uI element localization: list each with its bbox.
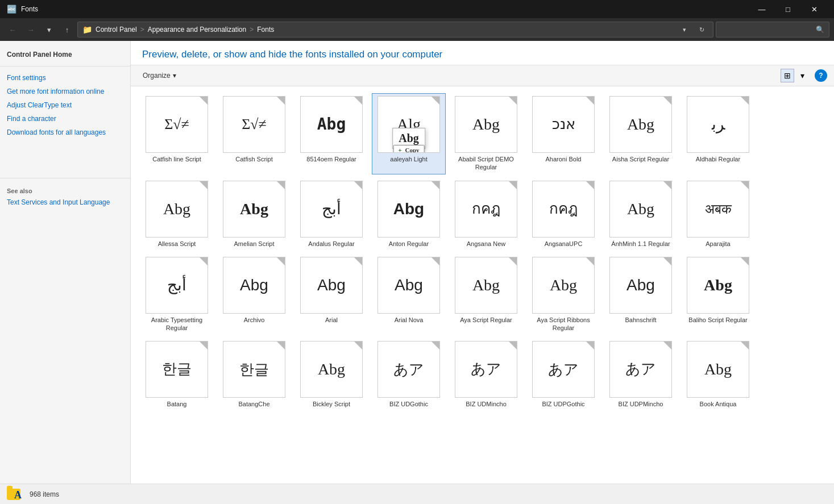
font-icon: Abg — [300, 257, 363, 314]
font-preview-text: Abg — [160, 198, 194, 220]
font-item[interactable]: אנכ Aharoni Bold — [526, 93, 600, 174]
font-item[interactable]: أبج Arabic Typesetting Regular — [140, 254, 214, 335]
font-item[interactable]: Abg Allessa Script — [140, 178, 214, 251]
font-name-label: AngsanaUPC — [545, 240, 583, 248]
font-icon: Abg — [455, 96, 517, 153]
font-preview-text: 한글 — [159, 359, 195, 380]
font-item[interactable]: Σ√≠ Catfish Script — [217, 93, 291, 174]
search-box[interactable]: 🔍 — [716, 22, 829, 38]
status-bar: A 968 items — [0, 484, 834, 504]
refresh-btn[interactable]: ↻ — [695, 23, 708, 36]
font-preview-text: أبج — [318, 198, 345, 220]
font-icon: אנכ — [532, 96, 595, 153]
font-item[interactable]: Abg Bickley Script — [294, 338, 368, 411]
font-item[interactable]: Abg Baliho Script Regular — [681, 254, 755, 335]
font-name-label: 8514oem Regular — [306, 155, 356, 163]
help-button[interactable]: ? — [815, 69, 827, 82]
font-item[interactable]: กคฎ AngsanaUPC — [526, 178, 600, 251]
font-icon: กคฎ — [455, 181, 517, 238]
view-dropdown-button[interactable]: ▾ — [795, 69, 809, 82]
font-item[interactable]: Abg Ababil Script DEMO Regular — [449, 93, 523, 174]
font-icon: あア — [377, 341, 440, 398]
font-icon: あア — [532, 341, 595, 398]
font-name-label: BIZ UDPGothic — [542, 400, 584, 408]
search-input[interactable] — [721, 26, 816, 34]
font-name-label: Amelian Script — [234, 240, 275, 248]
font-preview-text: अबक — [702, 199, 735, 219]
font-preview-text: Σ√≠ — [161, 114, 193, 135]
font-item[interactable]: あア BIZ UDGothic — [372, 338, 446, 411]
font-icon: अबक — [687, 181, 749, 238]
title-icon: 🔤 — [7, 5, 16, 14]
font-item[interactable]: Abg Arial — [294, 254, 368, 335]
forward-button[interactable]: → — [23, 22, 39, 38]
font-icon: Abg — [455, 257, 517, 314]
font-item[interactable]: 한글 Batang — [140, 338, 214, 411]
close-button[interactable]: ✕ — [801, 0, 827, 18]
dropdown-button[interactable]: ▾ — [41, 22, 57, 38]
font-item[interactable]: अबक Aparajita — [681, 178, 755, 251]
font-item[interactable]: กคฎ Angsana New — [449, 178, 523, 251]
font-name-label: Bahnschrift — [625, 316, 656, 324]
title-bar: 🔤 Fonts — □ ✕ — [0, 0, 834, 18]
path-dropdown-btn[interactable]: ▾ — [678, 23, 691, 36]
font-item[interactable]: Abg Anton Regular — [372, 178, 446, 251]
sidebar-text-services[interactable]: Text Services and Input Language — [0, 195, 130, 209]
font-item[interactable]: Abg ÁnhMinh 1.1 Regular — [604, 178, 678, 251]
font-icon: Abg — [146, 181, 208, 238]
sidebar-cleartype[interactable]: Adjust ClearType text — [0, 98, 130, 112]
sidebar-download-fonts[interactable]: Download fonts for all languages — [0, 126, 130, 139]
font-name-label: Ababil Script DEMO Regular — [452, 155, 520, 172]
path-fonts: Fonts — [257, 26, 274, 34]
font-item[interactable]: あア BIZ UDPMincho — [604, 338, 678, 411]
sidebar-control-panel-home[interactable]: Control Panel Home — [0, 48, 130, 61]
font-item[interactable]: Abg Aya Script Regular — [449, 254, 523, 335]
font-item[interactable]: 한글 BatangChe — [217, 338, 291, 411]
sidebar-font-settings[interactable]: Font settings — [0, 71, 130, 85]
font-item[interactable]: Abg Archivo — [217, 254, 291, 335]
font-icon: Abg — [687, 341, 749, 398]
grid-view-button[interactable]: ⊞ — [781, 69, 794, 82]
font-name-label: BIZ UDPMincho — [619, 400, 663, 408]
organize-button[interactable]: Organize ▾ — [138, 69, 181, 82]
font-item[interactable]: あア BIZ UDPGothic — [526, 338, 600, 411]
address-path[interactable]: 📁 Control Panel > Appearance and Persona… — [77, 22, 713, 38]
status-a-letter: A — [14, 489, 22, 501]
font-name-label: Aya Script Regular — [460, 316, 512, 324]
fonts-scroll-area[interactable]: Σ√≠ Catfish line Script Σ√≠ Catfish Scri… — [131, 86, 834, 484]
font-item[interactable]: ﺮﺑ Aldhabi Regular — [681, 93, 755, 174]
maximize-button[interactable]: □ — [775, 0, 801, 18]
content-header: Preview, delete, or show and hide the fo… — [131, 41, 834, 65]
font-name-label: aaleyah Light — [390, 155, 427, 163]
font-preview-text: Abg — [469, 113, 503, 136]
sidebar-find-character[interactable]: Find a character — [0, 112, 130, 126]
back-button[interactable]: ← — [5, 22, 20, 38]
font-icon: أبج — [300, 181, 363, 238]
font-item[interactable]: あア BIZ UDMincho — [449, 338, 523, 411]
font-item[interactable]: Abg Aisha Script Regular — [604, 93, 678, 174]
minimize-button[interactable]: — — [749, 0, 775, 18]
sidebar-font-info-online[interactable]: Get more font information online — [0, 85, 130, 98]
font-item[interactable]: Abg 8514oem Regular — [294, 93, 368, 174]
font-icon: Abg — [609, 257, 672, 314]
status-item-count: 968 items — [30, 490, 59, 498]
font-item[interactable]: Alg Abg + Copy aaleyah Light — [372, 93, 446, 174]
font-item[interactable]: Abg Arial Nova — [372, 254, 446, 335]
font-item[interactable]: أبج Andalus Regular — [294, 178, 368, 251]
font-item[interactable]: Abg Bahnschrift — [604, 254, 678, 335]
font-icon: Abg — [377, 181, 440, 238]
font-icon: ﺮﺑ — [687, 96, 749, 153]
font-icon: Abg — [223, 257, 285, 314]
font-preview-text: あア — [390, 359, 428, 380]
page-title: Preview, delete, or show and hide the fo… — [142, 49, 823, 60]
font-preview-text: Abg — [314, 358, 348, 381]
window-title: Fonts — [21, 5, 749, 13]
font-item[interactable]: Abg Book Antiqua — [681, 338, 755, 411]
path-appearance: Appearance and Personalization — [148, 26, 246, 34]
font-item[interactable]: Σ√≠ Catfish line Script — [140, 93, 214, 174]
up-button[interactable]: ↑ — [59, 22, 75, 38]
font-item[interactable]: Abg Amelian Script — [217, 178, 291, 251]
font-item[interactable]: Abg Aya Script Ribbons Regular — [526, 254, 600, 335]
font-icon: Abg — [377, 257, 440, 314]
font-icon: Abg — [609, 181, 672, 238]
